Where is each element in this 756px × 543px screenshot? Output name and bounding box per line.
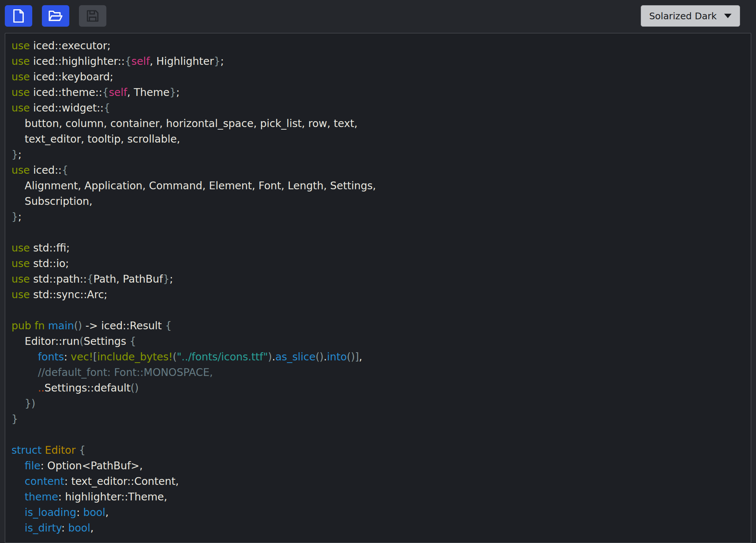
code-token: { <box>130 335 136 347</box>
code-token: , Theme <box>127 86 169 99</box>
code-token: file <box>25 460 41 472</box>
code-line: }; <box>11 147 745 163</box>
code-token: : <box>64 351 71 363</box>
theme-picker-value: Solarized Dark <box>649 11 717 21</box>
code-token: . <box>272 351 275 363</box>
code-line: use iced::executor; <box>11 38 745 54</box>
code-token: struct <box>11 444 42 456</box>
code-token: ) <box>268 351 272 363</box>
code-token: { <box>62 164 69 176</box>
code-token: iced::keyboard; <box>30 71 113 83</box>
code-token: () <box>74 320 82 332</box>
code-token: } <box>163 273 170 285</box>
code-token: text_editor, tooltip, scrollable, <box>11 133 180 145</box>
new-file-button[interactable] <box>5 5 32 27</box>
code-token: () <box>130 382 139 394</box>
code-token: , <box>105 506 109 519</box>
code-token: pub <box>11 320 31 332</box>
code-token: .. <box>38 382 44 394</box>
code-token <box>11 460 25 472</box>
code-token: { <box>102 86 109 99</box>
code-token: //default_font: Font::MONOSPACE, <box>11 366 213 379</box>
code-token: } <box>11 149 18 161</box>
code-token: { <box>87 273 93 285</box>
code-token: include_bytes! <box>97 351 173 363</box>
code-token: ( <box>80 335 84 347</box>
code-token: } <box>170 86 176 99</box>
theme-picker[interactable]: Solarized Dark <box>641 5 740 27</box>
code-token: bool <box>83 506 105 519</box>
code-token: -> iced::Result <box>82 320 165 332</box>
code-token: Editor <box>45 444 76 456</box>
code-line: use iced::keyboard; <box>11 69 745 85</box>
code-line: is_loading: bool, <box>11 505 745 520</box>
code-token: into <box>327 351 347 363</box>
code-line: ..Settings::default() <box>11 380 745 396</box>
code-token: use <box>11 102 30 114</box>
code-token: , <box>90 522 94 534</box>
code-line: Subscription, <box>11 194 745 209</box>
code-token: iced:: <box>30 164 62 176</box>
code-token <box>76 444 79 456</box>
code-line: Editor::run(Settings { <box>11 334 745 349</box>
code-line: text_editor, tooltip, scrollable, <box>11 131 745 147</box>
code-token <box>11 351 38 363</box>
save-file-button <box>79 5 106 27</box>
code-token: : <box>76 506 83 519</box>
code-line: struct Editor { <box>11 443 745 458</box>
code-token: { <box>104 102 110 114</box>
code-line: }; <box>11 209 745 225</box>
code-token: Settings::default <box>44 382 130 394</box>
code-token: use <box>11 242 30 254</box>
code-line: is_dirty: bool, <box>11 520 745 536</box>
code-token: is_dirty <box>25 522 62 534</box>
code-token: { <box>79 444 86 456</box>
code-token: iced::highlighter:: <box>30 55 125 67</box>
code-token: , Highlighter <box>150 55 214 67</box>
code-token <box>42 444 45 456</box>
code-token: : <box>62 522 68 534</box>
code-line <box>11 303 745 318</box>
code-token: "../fonts/icons.ttf" <box>177 351 268 363</box>
code-token: Path, PathBuf <box>93 273 163 285</box>
code-line: //default_font: Font::MONOSPACE, <box>11 365 745 380</box>
code-token: theme <box>25 491 58 503</box>
code-token: Alignment, Application, Command, Element… <box>11 180 376 192</box>
code-token: ; <box>170 273 173 285</box>
code-line: } <box>11 412 745 427</box>
code-line: use iced::{ <box>11 163 745 178</box>
code-token: use <box>11 164 30 176</box>
code-line <box>11 427 745 443</box>
code-token: std::sync::Arc; <box>30 289 107 301</box>
code-token: } <box>11 211 18 223</box>
code-token: bool <box>68 522 90 534</box>
code-token: , <box>359 351 362 363</box>
code-line: }) <box>11 396 745 412</box>
save-icon <box>87 10 99 22</box>
code-token: { <box>165 320 172 332</box>
code-token <box>11 475 25 487</box>
code-token: ()] <box>347 351 359 363</box>
code-token: iced::theme:: <box>30 86 102 99</box>
code-token: : Option<PathBuf>, <box>40 460 143 472</box>
code-line: use iced::highlighter::{self, Highlighte… <box>11 54 745 69</box>
code-token <box>45 320 48 332</box>
code-token: use <box>11 71 30 83</box>
code-token: Settings <box>84 335 130 347</box>
code-token <box>31 320 34 332</box>
open-file-button[interactable] <box>42 5 69 27</box>
code-line: use iced::widget::{ <box>11 100 745 116</box>
toolbar: Solarized Dark <box>5 5 751 27</box>
code-token: content <box>25 475 64 487</box>
chevron-down-icon <box>724 14 732 18</box>
code-token: is_loading <box>25 506 77 519</box>
code-line: theme: highlighter::Theme, <box>11 489 745 505</box>
code-line: fonts: vec![include_bytes!("../fonts/ico… <box>11 349 745 365</box>
code-token: use <box>11 257 30 270</box>
code-token: : highlighter::Theme, <box>58 491 167 503</box>
code-line: file: Option<PathBuf>, <box>11 458 745 474</box>
open-folder-icon <box>49 10 63 22</box>
code-line: use std::io; <box>11 256 745 272</box>
code-editor[interactable]: use iced::executor;use iced::highlighter… <box>5 33 751 543</box>
code-token: self <box>109 86 127 99</box>
